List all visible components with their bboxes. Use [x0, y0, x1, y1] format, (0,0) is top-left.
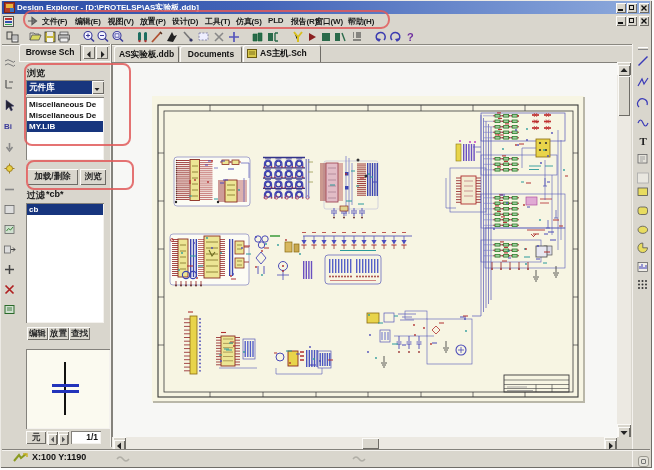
svg-text:?: ?: [407, 31, 414, 43]
svg-text:Bi: Bi: [4, 122, 12, 131]
svg-text:T: T: [640, 135, 648, 147]
